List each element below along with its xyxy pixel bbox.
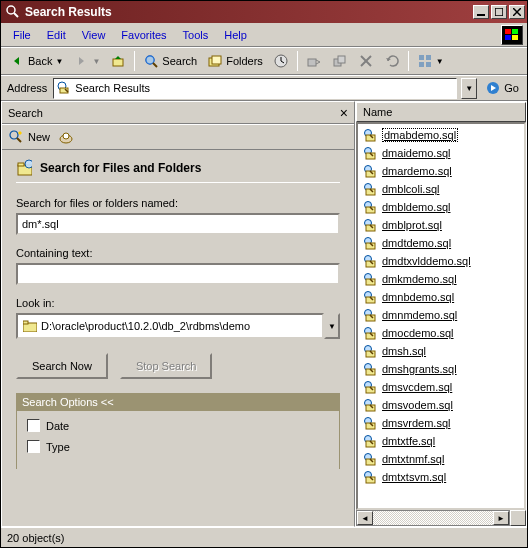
size-grip[interactable] (510, 510, 526, 526)
menu-view[interactable]: View (74, 26, 114, 44)
svg-rect-8 (505, 35, 511, 40)
address-search-icon (56, 80, 72, 96)
file-row[interactable]: dmsvodem.sql (360, 396, 522, 414)
history-button[interactable] (269, 51, 293, 71)
separator (408, 51, 409, 71)
date-checkbox-row[interactable]: Date (27, 419, 329, 432)
file-row[interactable]: dmtxtfe.sql (360, 432, 522, 450)
horizontal-scrollbar[interactable]: ◄ ► (356, 510, 526, 526)
file-row[interactable]: dmsvrdem.sql (360, 414, 522, 432)
address-label: Address (5, 82, 49, 94)
content-area: Search × New Search for Files and Folder… (1, 101, 527, 527)
move-to-button[interactable] (302, 51, 326, 71)
file-row[interactable]: dmsh.sql (360, 342, 522, 360)
file-row[interactable]: dmsvcdem.sql (360, 378, 522, 396)
undo-icon (384, 53, 400, 69)
address-dropdown[interactable]: ▼ (461, 78, 477, 99)
views-button[interactable]: ▼ (413, 51, 448, 71)
search-options-header[interactable]: Search Options << (16, 393, 340, 411)
svg-rect-7 (512, 29, 518, 34)
scroll-right-button[interactable]: ► (493, 511, 509, 525)
file-icon (362, 217, 378, 233)
back-button[interactable]: Back ▼ (5, 51, 67, 71)
copy-to-button[interactable] (328, 51, 352, 71)
go-icon (485, 80, 501, 96)
scroll-track[interactable] (373, 511, 493, 525)
svg-rect-37 (18, 163, 24, 166)
lookin-dropdown[interactable]: ▼ (324, 313, 340, 339)
menu-edit[interactable]: Edit (39, 26, 74, 44)
containing-input[interactable] (16, 263, 340, 285)
new-search-button[interactable]: New (8, 129, 50, 145)
svg-line-1 (14, 13, 18, 17)
svg-rect-10 (113, 59, 123, 66)
file-row[interactable]: dmtxtsvm.sql (360, 468, 522, 486)
file-row[interactable]: dmdtxvlddemo.sql (360, 252, 522, 270)
file-row[interactable]: dmblprot.sql (360, 216, 522, 234)
svg-rect-9 (512, 35, 518, 40)
up-button[interactable] (106, 51, 130, 71)
scroll-left-button[interactable]: ◄ (357, 511, 373, 525)
file-row[interactable]: dmnbdemo.sql (360, 288, 522, 306)
file-row[interactable]: dmbldemo.sql (360, 198, 522, 216)
file-row[interactable]: dmabdemo.sql (360, 126, 522, 144)
divider (16, 182, 340, 183)
lookin-combo[interactable]: D:\oracle\product\10.2.0\db_2\rdbms\demo… (16, 313, 340, 339)
forward-button[interactable]: ▼ (69, 51, 104, 71)
date-checkbox[interactable] (27, 419, 40, 432)
file-row[interactable]: dmaidemo.sql (360, 144, 522, 162)
svg-point-35 (63, 133, 69, 139)
file-name: dmnbdemo.sql (382, 291, 454, 303)
minimize-button[interactable] (473, 5, 489, 19)
file-row[interactable]: dmardemo.sql (360, 162, 522, 180)
svg-point-0 (7, 6, 15, 14)
menu-bar: File Edit View Favorites Tools Help (1, 23, 527, 47)
type-checkbox-row[interactable]: Type (27, 440, 329, 453)
address-field[interactable] (53, 78, 457, 99)
file-name: dmblcoli.sql (382, 183, 439, 195)
svg-rect-15 (212, 56, 221, 64)
menu-help[interactable]: Help (216, 26, 255, 44)
search-pane-close[interactable]: × (340, 105, 348, 121)
search-now-button[interactable]: Search Now (16, 353, 108, 379)
delete-button[interactable] (354, 51, 378, 71)
file-name: dmsvrdem.sql (382, 417, 450, 429)
file-row[interactable]: dmshgrants.sql (360, 360, 522, 378)
folders-button[interactable]: Folders (203, 51, 267, 71)
named-label: Search for files or folders named: (16, 197, 340, 209)
maximize-button[interactable] (491, 5, 507, 19)
undo-button[interactable] (380, 51, 404, 71)
menu-tools[interactable]: Tools (175, 26, 217, 44)
menu-file[interactable]: File (5, 26, 39, 44)
close-button[interactable] (509, 5, 525, 19)
svg-rect-27 (426, 62, 431, 67)
up-folder-icon (110, 53, 126, 69)
file-icon (362, 199, 378, 215)
separator (134, 51, 135, 71)
forward-arrow-icon (73, 53, 89, 69)
named-input[interactable] (16, 213, 340, 235)
results-column-header[interactable]: Name (356, 102, 526, 122)
file-name: dmkmdemo.sql (382, 273, 457, 285)
address-input[interactable] (75, 82, 454, 94)
status-text: 20 object(s) (7, 532, 64, 544)
file-icon (362, 451, 378, 467)
file-row[interactable]: dmdtdemo.sql (360, 234, 522, 252)
file-row[interactable]: dmkmdemo.sql (360, 270, 522, 288)
file-row[interactable]: dmocdemo.sql (360, 324, 522, 342)
go-button[interactable]: Go (481, 80, 523, 96)
file-row[interactable]: dmtxtnmf.sql (360, 450, 522, 468)
search-help-button[interactable] (58, 129, 74, 145)
file-icon (362, 469, 378, 485)
results-list[interactable]: dmabdemo.sqldmaidemo.sqldmardemo.sqldmbl… (356, 122, 526, 510)
folders-icon (207, 53, 223, 69)
search-pane: Search × New Search for Files and Folder… (1, 101, 355, 527)
file-row[interactable]: dmnmdemo.sql (360, 306, 522, 324)
address-bar: Address ▼ Go (1, 75, 527, 101)
copy-to-icon (332, 53, 348, 69)
menu-favorites[interactable]: Favorites (113, 26, 174, 44)
stop-search-button[interactable]: Stop Search (120, 353, 213, 379)
file-row[interactable]: dmblcoli.sql (360, 180, 522, 198)
type-checkbox[interactable] (27, 440, 40, 453)
search-button[interactable]: Search (139, 51, 201, 71)
